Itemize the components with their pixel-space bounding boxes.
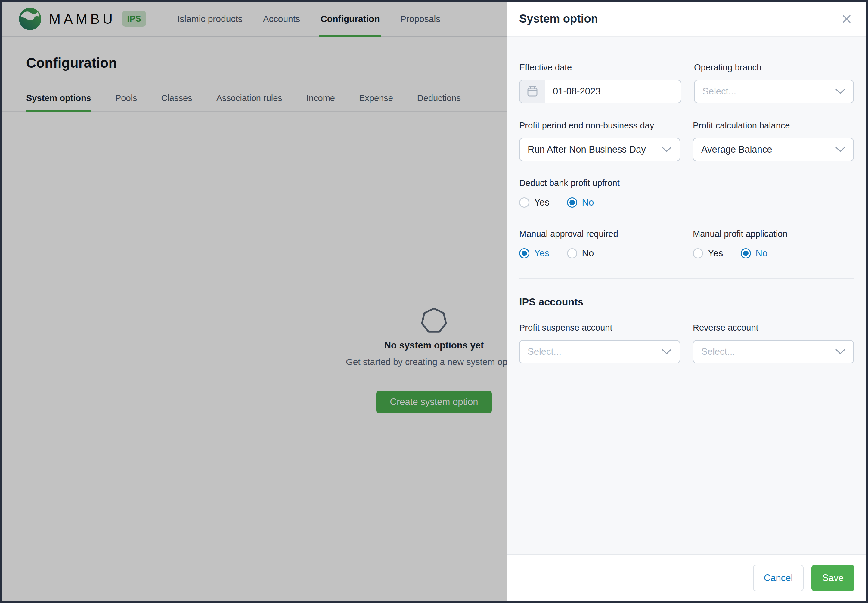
deduct-bank-profit-upfront-label: Deduct bank profit upfront bbox=[519, 178, 854, 188]
profit-calculation-balance-value: Average Balance bbox=[701, 144, 772, 155]
radio-circle bbox=[693, 248, 703, 258]
manual-profit-application-label: Manual profit application bbox=[693, 229, 854, 239]
chevron-down-icon bbox=[835, 147, 845, 153]
reverse-account-select[interactable]: Select... bbox=[693, 340, 854, 363]
deduct-upfront-no-radio[interactable]: No bbox=[567, 197, 594, 208]
manual-profit-yes-radio[interactable]: Yes bbox=[693, 248, 723, 259]
radio-circle bbox=[519, 197, 529, 208]
close-icon bbox=[842, 14, 851, 23]
profit-period-end-select[interactable]: Run After Non Business Day bbox=[519, 138, 680, 161]
radio-circle bbox=[567, 197, 577, 208]
profit-period-end-value: Run After Non Business Day bbox=[528, 144, 646, 155]
effective-date-input[interactable] bbox=[545, 86, 681, 97]
reverse-account-label: Reverse account bbox=[693, 323, 854, 333]
chevron-down-icon bbox=[835, 88, 845, 94]
operating-branch-select[interactable]: Select... bbox=[694, 80, 854, 103]
operating-branch-label: Operating branch bbox=[694, 63, 854, 73]
cancel-button[interactable]: Cancel bbox=[753, 565, 804, 591]
panel-footer: Cancel Save bbox=[506, 554, 866, 601]
panel-title: System option bbox=[519, 12, 598, 25]
section-divider bbox=[519, 278, 854, 278]
reverse-account-placeholder: Select... bbox=[701, 346, 735, 357]
ips-accounts-heading: IPS accounts bbox=[519, 296, 854, 308]
date-addon bbox=[520, 80, 545, 103]
profit-calculation-balance-select[interactable]: Average Balance bbox=[693, 138, 854, 161]
system-option-panel: System option Effective date bbox=[506, 2, 866, 601]
save-button[interactable]: Save bbox=[811, 565, 854, 591]
effective-date-field[interactable] bbox=[519, 80, 681, 103]
radio-circle bbox=[567, 248, 577, 258]
radio-circle bbox=[519, 248, 529, 258]
manual-approval-required-label: Manual approval required bbox=[519, 229, 680, 239]
deduct-bank-profit-upfront-group: Yes No bbox=[519, 197, 854, 208]
effective-date-label: Effective date bbox=[519, 63, 681, 73]
app-window: MAMBU IPS Islamic products Accounts Conf… bbox=[0, 0, 868, 603]
chevron-down-icon bbox=[835, 349, 845, 355]
panel-header: System option bbox=[506, 2, 866, 37]
calendar-icon bbox=[526, 85, 539, 98]
close-button[interactable] bbox=[839, 12, 854, 26]
manual-approval-required-group: Yes No bbox=[519, 248, 680, 259]
manual-profit-no-radio[interactable]: No bbox=[741, 248, 768, 259]
profit-period-end-label: Profit period end non-business day bbox=[519, 121, 680, 131]
profit-suspense-account-placeholder: Select... bbox=[528, 346, 561, 357]
chevron-down-icon bbox=[662, 349, 672, 355]
profit-suspense-account-label: Profit suspense account bbox=[519, 323, 680, 333]
manual-approval-yes-radio[interactable]: Yes bbox=[519, 248, 549, 259]
profit-calculation-balance-label: Profit calculation balance bbox=[693, 121, 854, 131]
manual-approval-no-radio[interactable]: No bbox=[567, 248, 594, 259]
manual-profit-application-group: Yes No bbox=[693, 248, 854, 259]
operating-branch-placeholder: Select... bbox=[702, 86, 736, 97]
chevron-down-icon bbox=[662, 147, 672, 153]
deduct-upfront-yes-radio[interactable]: Yes bbox=[519, 197, 549, 208]
radio-circle bbox=[741, 248, 751, 258]
panel-body: Effective date bbox=[506, 37, 866, 554]
profit-suspense-account-select[interactable]: Select... bbox=[519, 340, 680, 363]
